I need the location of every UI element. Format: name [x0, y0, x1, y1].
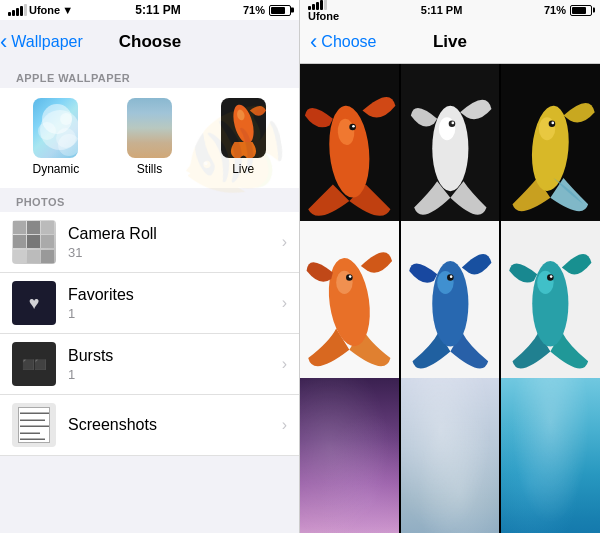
nav-title-left: Choose: [119, 32, 181, 52]
live-thumb: [221, 98, 266, 158]
camera-roll-thumb: [12, 220, 56, 264]
purple-cloud-overlay: [300, 378, 399, 533]
battery-percent-right: 71%: [544, 4, 566, 16]
screenshots-item[interactable]: ▬▬▬▬▬▬▬▬▬▬▬▬▬▬▬▬▬▬▬▬▬▬▬▬▬▬ Screenshots ›: [0, 395, 299, 456]
fish-orange-dark-icon: [300, 64, 399, 239]
gallery-item-clouds-purple[interactable]: [300, 378, 399, 533]
battery-icon-left: [269, 5, 291, 16]
favorites-info: Favorites 1: [68, 286, 282, 321]
favorites-title: Favorites: [68, 286, 282, 304]
stills-bg: [127, 98, 172, 158]
live-wallpaper-item[interactable]: Live: [199, 98, 287, 176]
fish-teal-light-icon: [501, 221, 600, 396]
fish-gold-dark-icon: [501, 64, 600, 239]
time-left: 5:11 PM: [135, 3, 180, 17]
stills-wallpaper-item[interactable]: Stills: [106, 98, 194, 176]
svg-point-21: [449, 275, 452, 278]
gallery-item-fish-orange-dark[interactable]: [300, 64, 399, 239]
bursts-chevron-icon: ›: [282, 355, 287, 373]
fish-orange-light-icon: [300, 221, 399, 396]
gallery-item-fish-teal-light[interactable]: [501, 221, 600, 396]
signal-icon-right: [308, 0, 339, 10]
back-button-left[interactable]: ‹ Wallpaper: [0, 31, 83, 53]
back-chevron-icon-left: ‹: [0, 31, 7, 53]
dynamic-label: Dynamic: [32, 162, 79, 176]
stills-thumb: [127, 98, 172, 158]
camera-roll-count: 31: [68, 245, 282, 260]
camera-roll-info: Camera Roll 31: [68, 225, 282, 260]
dynamic-wallpaper-item[interactable]: Dynamic: [12, 98, 100, 176]
status-bar-left: Ufone ▼ 5:11 PM 71%: [0, 0, 299, 20]
wallpaper-grid: Dynamic Stills: [12, 98, 287, 176]
signal-icon-left: [8, 4, 27, 16]
bursts-title: Bursts: [68, 347, 282, 365]
battery-area-left: 71%: [243, 4, 291, 16]
live-bg: [221, 98, 266, 158]
bursts-item[interactable]: ⬛⬛ Bursts 1 ›: [0, 334, 299, 395]
svg-point-13: [552, 122, 555, 125]
screenshots-thumb: ▬▬▬▬▬▬▬▬▬▬▬▬▬▬▬▬▬▬▬▬▬▬▬▬▬▬: [12, 403, 56, 447]
left-panel: Ufone ▼ 5:11 PM 71% ‹ Wallpaper Choose A…: [0, 0, 300, 533]
photos-section-header: PHOTOS: [0, 188, 299, 212]
carrier-right: Ufone: [308, 0, 339, 22]
apple-wallpaper-section: APPLE WALLPAPER Dynamic: [0, 64, 299, 188]
favorites-chevron-icon: ›: [282, 294, 287, 312]
favorites-item[interactable]: ♥ Favorites 1 ›: [0, 273, 299, 334]
svg-point-10: [529, 104, 572, 192]
back-label-left: Wallpaper: [11, 33, 82, 51]
battery-icon-right: [570, 5, 592, 16]
screenshots-chevron-icon: ›: [282, 416, 287, 434]
gallery-item-clouds-blue[interactable]: [501, 378, 600, 533]
back-button-right[interactable]: ‹ Choose: [310, 31, 376, 53]
carrier-left: Ufone ▼: [8, 4, 73, 16]
dynamic-thumb: [33, 98, 78, 158]
time-right: 5:11 PM: [421, 4, 463, 16]
back-chevron-icon-right: ‹: [310, 31, 317, 53]
photos-section: PHOTOS Camera Roll 31: [0, 188, 299, 533]
battery-area-right: 71%: [544, 4, 592, 16]
svg-point-17: [349, 275, 352, 278]
right-panel: Ufone 5:11 PM 71% ‹ Choose Live: [300, 0, 600, 533]
carrier-name-left: Ufone: [29, 4, 60, 16]
svg-point-5: [352, 125, 355, 128]
gallery-item-fish-orange-light[interactable]: [300, 221, 399, 396]
wallpaper-gallery: [300, 64, 600, 533]
gallery-item-clouds-gray[interactable]: [401, 378, 500, 533]
bursts-thumb: ⬛⬛: [12, 342, 56, 386]
battery-percent-left: 71%: [243, 4, 265, 16]
gallery-item-fish-gold-dark[interactable]: [501, 64, 600, 239]
nav-bar-left: ‹ Wallpaper Choose: [0, 20, 300, 64]
svg-point-9: [451, 122, 454, 125]
bursts-info: Bursts 1: [68, 347, 282, 382]
dynamic-bg: [33, 98, 78, 158]
screenshots-info: Screenshots: [68, 416, 282, 434]
favorites-count: 1: [68, 306, 282, 321]
favorites-thumb: ♥: [12, 281, 56, 325]
blue-cloud-overlay: [501, 378, 600, 533]
bursts-count: 1: [68, 367, 282, 382]
camera-roll-item[interactable]: Camera Roll 31 ›: [0, 212, 299, 273]
nav-bar-right: ‹ Choose Live: [300, 20, 600, 64]
apple-wallpaper-header: APPLE WALLPAPER: [0, 64, 299, 88]
fish-blue-light-icon: [401, 221, 500, 396]
svg-point-25: [550, 275, 553, 278]
nav-title-right: Live: [433, 32, 467, 52]
gallery-item-fish-blue-light[interactable]: [401, 221, 500, 396]
status-bar-right: Ufone 5:11 PM 71%: [300, 0, 600, 20]
gallery-item-fish-white-dark[interactable]: [401, 64, 500, 239]
gray-cloud-overlay: [401, 378, 500, 533]
stills-label: Stills: [137, 162, 162, 176]
live-label: Live: [232, 162, 254, 176]
live-fish-icon: [221, 98, 266, 158]
back-label-right: Choose: [321, 33, 376, 51]
camera-roll-title: Camera Roll: [68, 225, 282, 243]
wifi-icon-left: ▼: [62, 4, 73, 16]
screenshots-title: Screenshots: [68, 416, 282, 434]
fish-white-dark-icon: [401, 64, 500, 239]
camera-roll-chevron-icon: ›: [282, 233, 287, 251]
